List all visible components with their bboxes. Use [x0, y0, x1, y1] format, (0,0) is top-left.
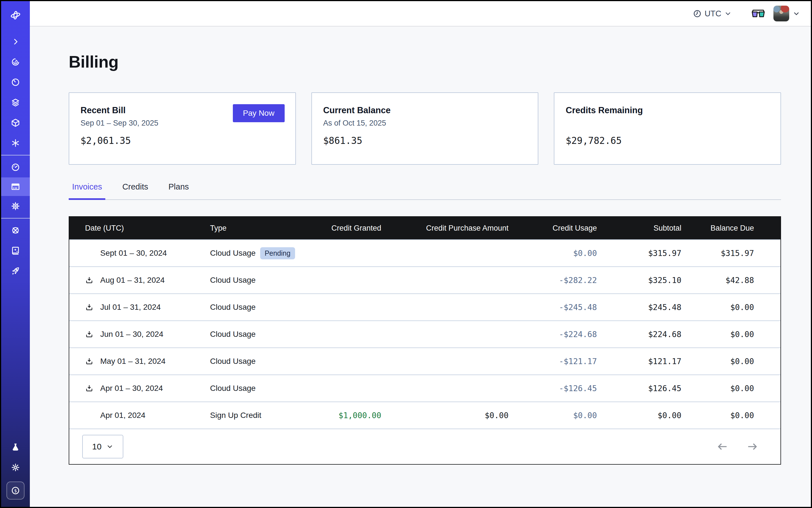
- timezone-selector[interactable]: UTC: [693, 9, 732, 18]
- chevron-down-icon: [793, 10, 800, 17]
- invoice-type: Cloud Usage: [210, 384, 256, 393]
- invoice-type: Cloud Usage: [210, 357, 256, 366]
- sidebar-item-support[interactable]: [1, 220, 30, 241]
- balance-due: $0.00: [681, 384, 780, 393]
- sidebar-item-theme[interactable]: [1, 457, 30, 477]
- table-header: Date (UTC) Type Credit Granted Credit Pu…: [69, 217, 780, 239]
- subtotal: $224.68: [597, 330, 681, 339]
- 3d-glasses-icon: [752, 9, 765, 18]
- gauge-icon: [11, 163, 20, 172]
- sidebar-item-containers[interactable]: [1, 113, 30, 133]
- credit-usage: $0.00: [509, 249, 597, 258]
- card-title: Current Balance: [323, 105, 527, 116]
- subtotal: $325.10: [597, 276, 681, 285]
- table-row: Aug 01 – 31, 2024 Cloud Usage -$282.22 $…: [69, 266, 780, 293]
- download-invoice-button[interactable]: [85, 357, 96, 366]
- theme-glasses-button[interactable]: [752, 9, 765, 18]
- arrow-right-icon: [746, 440, 759, 453]
- download-invoice-button[interactable]: [85, 276, 96, 285]
- orbit-logo-icon[interactable]: [1, 9, 30, 22]
- history-clock-icon: [11, 77, 20, 87]
- download-icon: [85, 357, 93, 366]
- invoice-type: Cloud Usage: [210, 303, 256, 312]
- balance-due: $0.00: [681, 357, 780, 366]
- page-title: Billing: [69, 52, 781, 72]
- sidebar-item-getting-started[interactable]: [1, 261, 30, 281]
- col-header-credit-granted: Credit Granted: [289, 224, 381, 232]
- invoice-type: Sign Up Credit: [210, 411, 261, 420]
- credit-usage: -$282.22: [509, 276, 597, 285]
- download-icon: [85, 330, 93, 338]
- sidebar-item-live[interactable]: [1, 52, 30, 72]
- asterisk-icon: [11, 138, 20, 148]
- next-page-button[interactable]: [744, 439, 760, 455]
- billing-tabs: Invoices Credits Plans: [69, 182, 781, 200]
- table-row: Apr 01 – 30, 2024 Cloud Usage -$126.45 $…: [69, 375, 780, 401]
- sidebar-divider: [1, 155, 30, 156]
- balance-due: $315.97: [681, 249, 780, 258]
- sidebar-item-settings[interactable]: [1, 196, 30, 216]
- download-icon: [85, 303, 93, 311]
- card-amount: $2,061.35: [81, 135, 284, 146]
- credit-usage: -$245.48: [509, 303, 597, 312]
- user-menu-button[interactable]: [793, 10, 800, 17]
- credit-usage: $0.00: [509, 411, 597, 420]
- subtotal: $245.48: [597, 303, 681, 312]
- dollar-badge-icon: $: [10, 485, 20, 496]
- content-column: UTC Billing R: [30, 1, 811, 507]
- settings-gear-icon: [11, 201, 20, 211]
- page-size-select[interactable]: 10: [82, 435, 123, 458]
- tab-plans[interactable]: Plans: [165, 182, 192, 200]
- subtotal: $121.17: [597, 357, 681, 366]
- sidebar-item-functions[interactable]: [1, 133, 30, 153]
- invoice-date: Jul 01 – 31, 2024: [100, 303, 161, 312]
- card-amount: $861.35: [323, 135, 527, 146]
- credit-usage: -$121.17: [509, 357, 597, 366]
- invoice-type: Cloud Usage: [210, 249, 256, 258]
- rocket-icon: [11, 266, 20, 276]
- invoice-type: Cloud Usage: [210, 276, 256, 285]
- sidebar-item-expand[interactable]: [1, 32, 30, 52]
- subtotal: $315.97: [597, 249, 681, 258]
- sidebar-item-layers[interactable]: [1, 92, 30, 113]
- card-subtitle: [566, 119, 769, 128]
- col-header-balance-due: Balance Due: [681, 224, 780, 232]
- download-icon: [85, 384, 93, 392]
- sun-icon: [11, 463, 20, 472]
- page-size-value: 10: [92, 442, 101, 452]
- invoice-date: Jun 01 – 30, 2024: [100, 330, 163, 339]
- user-avatar[interactable]: [773, 6, 789, 22]
- sidebar-divider: [1, 218, 30, 218]
- sidebar-item-history[interactable]: [1, 72, 30, 92]
- timezone-label: UTC: [704, 9, 721, 18]
- svg-text:$: $: [14, 488, 17, 493]
- sidebar-item-labs[interactable]: [1, 437, 30, 457]
- card-title: Credits Remaining: [566, 105, 769, 116]
- col-header-subtotal: Subtotal: [597, 224, 681, 232]
- credits-dollar-button[interactable]: $: [6, 481, 25, 500]
- summary-cards: Recent Bill Sep 01 – Sep 30, 2025 $2,061…: [69, 92, 781, 165]
- sidebar-item-docs[interactable]: [1, 241, 30, 261]
- download-invoice-button[interactable]: [85, 330, 96, 338]
- layers-icon: [11, 98, 20, 107]
- sidebar-item-usage[interactable]: [1, 157, 30, 177]
- topbar: UTC: [30, 1, 811, 27]
- tab-credits[interactable]: Credits: [119, 182, 152, 200]
- col-header-date: Date (UTC): [69, 224, 210, 232]
- subtotal: $126.45: [597, 384, 681, 393]
- download-invoice-button[interactable]: [85, 384, 96, 392]
- tab-invoices[interactable]: Invoices: [69, 182, 105, 200]
- pay-now-button[interactable]: Pay Now: [233, 104, 285, 122]
- sidebar-item-billing[interactable]: [1, 177, 30, 196]
- credits-remaining-card: Credits Remaining $29,782.65: [554, 92, 781, 165]
- cube-icon: [11, 118, 20, 128]
- table-row: May 01 – 31, 2024 Cloud Usage -$121.17 $…: [69, 347, 780, 375]
- invoice-date: Apr 01, 2024: [100, 411, 145, 420]
- credit-granted: $1,000.00: [289, 411, 381, 420]
- table-row: Apr 01, 2024 Sign Up Credit $1,000.00 $0…: [69, 401, 780, 429]
- prev-page-button[interactable]: [715, 439, 730, 455]
- invoice-date: Aug 01 – 31, 2024: [100, 276, 165, 285]
- current-balance-card: Current Balance As of Oct 15, 2025 $861.…: [311, 92, 539, 165]
- status-badge: Pending: [260, 247, 295, 259]
- download-invoice-button[interactable]: [85, 303, 96, 311]
